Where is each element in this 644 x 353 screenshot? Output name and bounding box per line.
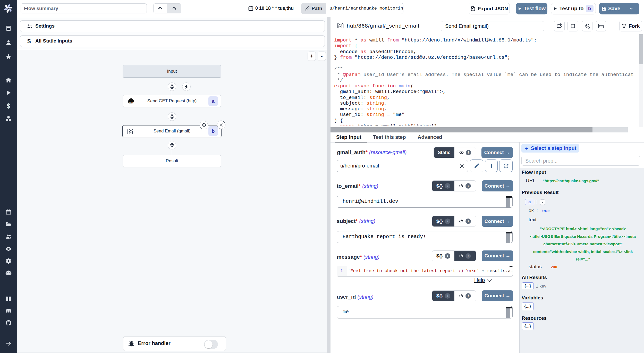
svg-text:HTTP: HTTP [129, 102, 133, 103]
